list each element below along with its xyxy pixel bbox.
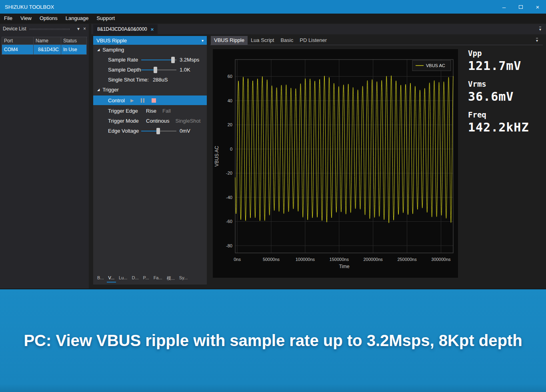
panel-selector-dropdown[interactable]: VBUS Ripple ▾ (93, 36, 207, 45)
tab-list-icon[interactable]: ▾ (536, 38, 538, 43)
trigger-mode-continous[interactable]: Continous (146, 118, 170, 124)
trigger-mode-label: Trigger Mode (108, 118, 146, 124)
trigger-edge-row: Trigger Edge Rise Fall (93, 106, 207, 116)
trigger-mode-singleshot[interactable]: SingleShot (176, 118, 201, 124)
chevron-down-icon[interactable]: ▾ (77, 26, 80, 32)
menu-item-options[interactable]: Options (36, 14, 62, 23)
ripple-chart-svg: 0ns50000ns100000ns150000ns200000ns250000… (213, 49, 458, 278)
slider-handle[interactable] (156, 128, 160, 134)
freq-value: 142.2kHZ (468, 120, 529, 135)
sample-depth-slider[interactable] (141, 67, 176, 73)
mini-tab-p[interactable]: P... (142, 275, 151, 283)
maximize-icon (519, 5, 523, 9)
tab-list-icon[interactable]: ▾ (539, 27, 541, 32)
freq-readout: Freq 142.2kHZ (468, 109, 529, 135)
close-button[interactable]: × (529, 0, 546, 14)
device-name: 8&1D43C (34, 45, 61, 55)
edge-voltage-value: 0mV (180, 128, 190, 134)
panel-drag-texture (30, 28, 70, 30)
settings-tab-strip: B... V... Lu... D... P... Fa... 模... Sy.… (96, 275, 189, 283)
mini-tab-lu[interactable]: Lu... (117, 275, 129, 283)
slider-handle[interactable] (154, 67, 157, 73)
menu-item-file[interactable]: File (0, 14, 16, 23)
document-tab-bar: 8&1D43CD0A&0&0000 × ▾ (91, 24, 546, 34)
device-doc-tab[interactable]: 8&1D43CD0A&0&0000 × (93, 24, 158, 34)
tab-basic[interactable]: Basic (277, 36, 296, 45)
mini-tab-d[interactable]: D... (130, 275, 140, 283)
svg-text:0ns: 0ns (234, 257, 241, 262)
slider-fill (141, 60, 173, 60)
single-shot-value: 288uS (153, 77, 168, 83)
control-row[interactable]: Control ▶ (93, 96, 207, 105)
close-icon[interactable]: × (83, 26, 86, 32)
column-header-name[interactable]: Name (34, 37, 61, 45)
column-header-status[interactable]: Status (61, 37, 87, 45)
trigger-group-label: Trigger (102, 87, 119, 93)
device-list-header: Device List ▾ × (0, 24, 89, 34)
svg-text:0: 0 (230, 147, 232, 151)
title-bar: SHIZUKU TOOLBOX – × (0, 0, 546, 14)
single-shot-label: Single Shot Time: (108, 77, 149, 83)
slider-fill (141, 70, 155, 70)
menu-item-view[interactable]: View (16, 14, 36, 23)
svg-text:200000ns: 200000ns (363, 257, 383, 262)
svg-text:VBUS AC: VBUS AC (426, 63, 445, 68)
menu-item-language[interactable]: Language (62, 14, 93, 23)
device-port: COM4 (2, 45, 34, 55)
trigger-mode-row: Trigger Mode Continous SingleShot (93, 116, 207, 126)
device-row[interactable]: COM4 8&1D43C In Use (2, 45, 87, 55)
window-buttons: – × (496, 0, 546, 14)
mini-tab-v[interactable]: V... (107, 275, 116, 283)
mini-tab-b[interactable]: B... (96, 275, 106, 283)
vpp-label: Vpp (468, 48, 529, 58)
close-icon[interactable]: × (151, 26, 154, 32)
mini-tab-fa[interactable]: Fa... (152, 275, 164, 283)
sample-rate-slider[interactable] (141, 57, 176, 63)
edge-voltage-slider[interactable] (141, 128, 176, 134)
device-table: Port Name Status COM4 8&1D43C In Use (2, 37, 87, 55)
maximize-button[interactable] (512, 0, 529, 14)
tab-lua-script[interactable]: Lua Script (248, 36, 278, 45)
ripple-chart: 0ns50000ns100000ns150000ns200000ns250000… (213, 49, 458, 278)
trigger-edge-fall[interactable]: Fall (162, 108, 171, 114)
device-list-panel: Device List ▾ × Port Name Status COM4 8&… (0, 24, 89, 289)
mini-tab-sy[interactable]: Sy... (178, 275, 189, 283)
tab-vbus-ripple[interactable]: VBUS Ripple (211, 36, 248, 45)
trigger-edge-rise[interactable]: Rise (146, 108, 156, 114)
minimize-button[interactable]: – (496, 0, 512, 14)
vrms-value: 36.6mV (468, 89, 529, 104)
svg-text:300000ns: 300000ns (431, 257, 451, 262)
sample-depth-row: Sample Depth 1.0K (93, 65, 207, 75)
settings-panel: VBUS Ripple ▾ ◢ Sampling Sample Rate 3.2… (93, 36, 207, 285)
vpp-readout: Vpp 121.7mV (468, 48, 529, 74)
measurements: Vpp 121.7mV Vrms 36.6mV Freq 142.2kHZ (468, 48, 529, 140)
trigger-group[interactable]: ◢ Trigger (93, 85, 207, 95)
slider-handle[interactable] (171, 57, 175, 63)
freq-label: Freq (468, 109, 529, 120)
menu-item-support[interactable]: Support (93, 14, 119, 23)
menu-bar: File View Options Language Support (0, 14, 546, 23)
sample-rate-label: Sample Rate (108, 57, 141, 63)
device-list-title: Device List (3, 26, 26, 32)
chart-panel: VBUS Ripple Lua Script Basic PD Listener… (210, 36, 543, 285)
expander-icon[interactable]: ◢ (97, 88, 100, 92)
trigger-edge-label: Trigger Edge (108, 108, 146, 114)
play-icon[interactable]: ▶ (130, 98, 134, 103)
vrms-readout: Vrms 36.6mV (468, 79, 529, 104)
doc-tab-label: 8&1D43CD0A&0&0000 (97, 26, 147, 32)
svg-text:150000ns: 150000ns (330, 257, 349, 262)
pause-icon[interactable] (141, 98, 144, 103)
sampling-group[interactable]: ◢ Sampling (93, 45, 207, 55)
panel-selector-label: VBUS Ripple (96, 38, 127, 44)
device-table-header: Port Name Status (2, 37, 87, 45)
svg-text:40: 40 (228, 98, 232, 103)
control-label: Control (108, 98, 125, 103)
svg-text:-40: -40 (226, 195, 232, 200)
column-header-port[interactable]: Port (2, 37, 34, 45)
chart-tab-bar: VBUS Ripple Lua Script Basic PD Listener… (210, 36, 543, 45)
mini-tab-mo[interactable]: 模... (165, 275, 176, 283)
stop-icon[interactable] (152, 98, 156, 103)
tab-pd-listener[interactable]: PD Listener (296, 36, 330, 45)
expander-icon[interactable]: ◢ (97, 48, 100, 52)
sample-depth-label: Sample Depth (108, 67, 141, 73)
